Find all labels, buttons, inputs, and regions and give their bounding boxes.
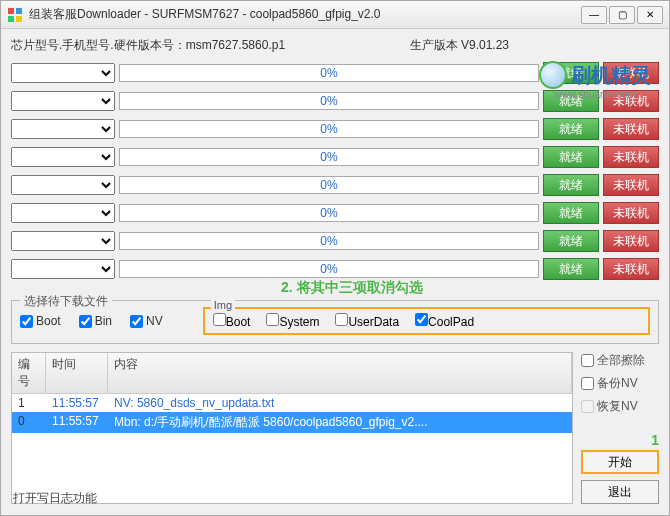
- port-select[interactable]: [11, 259, 115, 279]
- port-select[interactable]: [11, 175, 115, 195]
- app-window: 组装客服Downloader - SURFMSM7627 - coolpad58…: [0, 0, 670, 516]
- svg-rect-0: [8, 8, 14, 14]
- svg-rect-3: [16, 16, 22, 22]
- chk-img-coolpad[interactable]: CoolPad: [415, 313, 474, 329]
- progress-bar: 0%: [119, 120, 539, 138]
- side-panel: 全部擦除 备份NV 恢复NV 1 开始 退出: [581, 352, 659, 504]
- ready-status: 就绪: [543, 230, 599, 252]
- chk-clearall[interactable]: 全部擦除: [581, 352, 659, 369]
- chk-img-boot[interactable]: Boot: [213, 313, 251, 329]
- ready-status: 就绪: [543, 118, 599, 140]
- connect-status: 未联机: [603, 230, 659, 252]
- window-controls: — ▢ ✕: [581, 6, 663, 24]
- titlebar: 组装客服Downloader - SURFMSM7627 - coolpad58…: [1, 1, 669, 29]
- main-checks: Boot Bin NV: [20, 314, 163, 328]
- chk-boot[interactable]: Boot: [20, 314, 61, 328]
- progress-row: 0% 就绪 未联机: [11, 228, 659, 254]
- minimize-button[interactable]: —: [581, 6, 607, 24]
- progress-bar: 0%: [119, 92, 539, 110]
- table-header: 编号 时间 内容: [12, 353, 572, 394]
- port-select[interactable]: [11, 119, 115, 139]
- annotation-step1: 1: [581, 432, 659, 448]
- window-title: 组装客服Downloader - SURFMSM7627 - coolpad58…: [29, 6, 581, 23]
- chk-img-userdata[interactable]: UserData: [335, 313, 399, 329]
- progress-bar: 0%: [119, 148, 539, 166]
- ready-status: 就绪: [543, 258, 599, 280]
- ready-status: 就绪: [543, 146, 599, 168]
- file-select-legend: 选择待下载文件: [20, 293, 112, 310]
- progress-bar: 0%: [119, 204, 539, 222]
- port-select[interactable]: [11, 203, 115, 223]
- port-select[interactable]: [11, 147, 115, 167]
- lower-area: 编号 时间 内容 111:55:57NV: 5860_dsds_nv_updat…: [11, 352, 659, 504]
- connect-status: 未联机: [603, 146, 659, 168]
- ready-status: 就绪: [543, 174, 599, 196]
- connect-status: 未联机: [603, 258, 659, 280]
- log-table: 编号 时间 内容 111:55:57NV: 5860_dsds_nv_updat…: [11, 352, 573, 504]
- footer-text: 打开写日志功能: [13, 490, 97, 507]
- port-select[interactable]: [11, 91, 115, 111]
- table-row[interactable]: 011:55:57Mbn: d:/手动刷机/酷派/酷派 5860/coolpad…: [12, 412, 572, 433]
- progress-row: 0% 就绪 未联机: [11, 116, 659, 142]
- svg-rect-1: [16, 8, 22, 14]
- annotation-step2: 2. 将其中三项取消勾选: [281, 279, 423, 297]
- progress-bar: 0%: [119, 176, 539, 194]
- progress-bar: 0%: [119, 232, 539, 250]
- brand-logo: 刷机精灵 www.shuame.com: [539, 61, 651, 100]
- maximize-button[interactable]: ▢: [609, 6, 635, 24]
- connect-status: 未联机: [603, 174, 659, 196]
- close-button[interactable]: ✕: [637, 6, 663, 24]
- ready-status: 就绪: [543, 202, 599, 224]
- connect-status: 未联机: [603, 202, 659, 224]
- exit-button[interactable]: 退出: [581, 480, 659, 504]
- table-row[interactable]: 111:55:57NV: 5860_dsds_nv_updata.txt: [12, 394, 572, 412]
- img-group: Img Boot System UserData CoolPad: [203, 307, 650, 335]
- port-select[interactable]: [11, 63, 115, 83]
- version-label: 生产版本 V9.01.23: [410, 37, 509, 54]
- chk-backup-nv[interactable]: 备份NV: [581, 375, 659, 392]
- progress-bar: 0%: [119, 260, 539, 278]
- progress-bar: 0%: [119, 64, 539, 82]
- file-select-group: 选择待下载文件 Boot Bin NV Img Boot System User…: [11, 300, 659, 344]
- svg-rect-2: [8, 16, 14, 22]
- chip-info: 芯片型号.手机型号.硬件版本号：msm7627.5860.p1: [11, 37, 410, 54]
- progress-row: 0% 就绪 未联机: [11, 144, 659, 170]
- img-legend: Img: [211, 299, 235, 311]
- progress-row: 0% 就绪 未联机: [11, 172, 659, 198]
- connect-status: 未联机: [603, 118, 659, 140]
- app-icon: [7, 7, 23, 23]
- info-row: 芯片型号.手机型号.硬件版本号：msm7627.5860.p1 生产版本 V9.…: [11, 37, 659, 54]
- progress-row: 0% 就绪 未联机: [11, 200, 659, 226]
- chk-nv[interactable]: NV: [130, 314, 163, 328]
- chk-img-system[interactable]: System: [266, 313, 319, 329]
- logo-subtitle: www.shuame.com: [539, 89, 651, 100]
- logo-icon: [539, 61, 567, 89]
- content-area: 芯片型号.手机型号.硬件版本号：msm7627.5860.p1 生产版本 V9.…: [1, 29, 669, 512]
- chk-restore-nv: 恢复NV: [581, 398, 659, 415]
- port-select[interactable]: [11, 231, 115, 251]
- start-button[interactable]: 开始: [581, 450, 659, 474]
- table-body: 111:55:57NV: 5860_dsds_nv_updata.txt011:…: [12, 394, 572, 433]
- chk-bin[interactable]: Bin: [79, 314, 112, 328]
